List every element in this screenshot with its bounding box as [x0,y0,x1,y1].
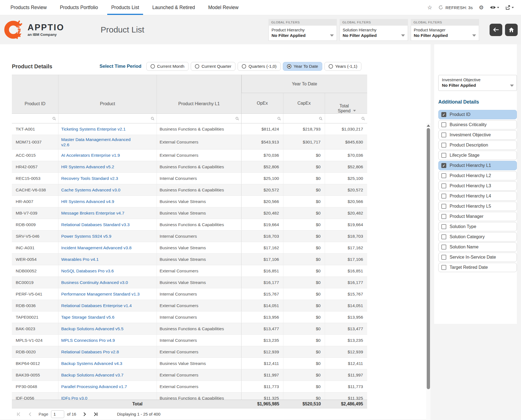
additional-detail-option[interactable]: Product Hierarchy L4 [438,191,517,201]
product-link[interactable]: Ticketing Systems Enterprise v2.1 [61,127,126,132]
checkbox-unchecked-icon[interactable] [441,265,446,270]
time-period-option[interactable]: Current Month [146,62,189,71]
product-link[interactable]: Relational Databases Pro v2.8 [61,349,119,354]
col-header-product-id[interactable]: Product ID [12,75,58,113]
tab-products-list[interactable]: Products List [104,0,146,15]
product-hierarchy-filter-dropdown[interactable]: Product Hierarchy No Filter Applied [268,26,337,41]
home-button[interactable] [505,24,518,36]
share-export-icon[interactable] [505,5,514,10]
product-link[interactable]: Backup Systems Advanced v4.3 [61,361,122,366]
checkbox-unchecked-icon[interactable] [441,234,446,239]
product-link[interactable]: Message Brokers Enterprise v4.7 [61,211,124,216]
additional-detail-option[interactable]: Lifecycle Stage [438,151,517,160]
additional-detail-option[interactable]: Investment Objective [438,130,517,140]
product-link[interactable]: Tape Storage Standard v5.6 [61,315,114,320]
next-page-button[interactable] [83,412,87,416]
refresh-control[interactable]: REFRESH: 3s [438,5,473,10]
checkbox-unchecked-icon[interactable] [441,143,446,148]
tab-model-review[interactable]: Model Review [202,0,245,15]
filter-input-total-spend[interactable] [325,114,367,123]
page-number-input[interactable] [51,410,64,418]
checkbox-unchecked-icon[interactable] [441,153,446,158]
additional-detail-option[interactable]: Solution Type [438,222,517,231]
time-period-option[interactable]: Current Quarter [191,62,236,71]
scroll-up-arrow-icon[interactable] [427,124,430,127]
time-period-option[interactable]: Year To Date [283,62,322,71]
checkbox-unchecked-icon[interactable] [441,132,446,137]
product-link[interactable]: MPLS Connections Pro v4.9 [61,338,115,343]
product-link[interactable]: NoSQL Databases Pro v3.6 [61,269,114,273]
product-link[interactable]: Relational Databases Standard v3.3 [61,222,130,227]
product-link[interactable]: HR Systems Advanced v4.9 [61,199,114,204]
product-link[interactable]: Backup Solutions Advanced v3.7 [61,373,123,378]
checkbox-unchecked-icon[interactable] [441,204,446,209]
product-link[interactable]: Wearables Pro v4.1 [61,257,99,262]
filter-input-capex[interactable] [283,114,325,123]
checkbox-unchecked-icon[interactable] [441,194,446,199]
filter-input-product-id[interactable] [12,114,58,123]
solution-hierarchy-filter-dropdown[interactable]: Solution Hierarchy No Filter Applied [340,26,408,41]
additional-detail-option[interactable]: Business Criticality [438,120,517,129]
view-eye-icon[interactable] [490,6,499,9]
checkbox-unchecked-icon[interactable] [441,255,446,260]
tab-launched-retired[interactable]: Launched & Retired [146,0,202,15]
tab-products-review[interactable]: Products Review [4,0,53,15]
additional-detail-option[interactable]: Product Hierarchy L5 [438,202,517,211]
col-header-opex[interactable]: OpEx [241,93,283,113]
checkbox-unchecked-icon[interactable] [441,122,446,127]
additional-detail-option[interactable]: Service In-Service Date [438,253,517,262]
checkbox-unchecked-icon[interactable] [441,224,446,229]
product-link[interactable]: Master Data Management Advanced v2.6 [61,137,131,148]
checkbox-unchecked-icon[interactable] [441,173,446,178]
checkbox-checked-icon[interactable]: ✓ [441,163,446,168]
back-button[interactable] [490,24,502,36]
additional-detail-option[interactable]: Product Description [438,140,517,150]
product-link[interactable]: Power Systems S924 v5.9 [61,234,111,239]
product-link[interactable]: Parallel Processing Advanced v1.7 [61,384,127,389]
additional-detail-option[interactable]: Solution Category [438,232,517,242]
additional-detail-option[interactable]: Target Retired Date [438,263,517,272]
last-page-button[interactable] [94,412,98,416]
filter-input-hierarchy[interactable] [157,114,241,123]
filter-input-product[interactable] [58,114,157,123]
time-period-option[interactable]: Quarters (-1,0) [238,62,281,71]
product-manager-filter-dropdown[interactable]: Product Manager No Filter Applied [411,26,479,41]
product-link[interactable]: Relational Databases Enterprise v1.4 [61,303,132,308]
additional-detail-option[interactable]: ✓Product Hierarchy L1 [438,161,517,170]
product-link[interactable]: Cache Systems Advanced v3.0 [61,188,120,193]
filter-input-opex[interactable] [241,114,283,123]
additional-detail-option[interactable]: ✓Product ID [438,110,517,119]
favorite-star-icon[interactable]: ☆ [427,5,432,10]
additional-detail-option[interactable]: Product Manager [438,212,517,221]
first-page-button[interactable] [17,412,21,416]
cell-capex: $0 [283,173,325,184]
additional-detail-option[interactable]: Solution Name [438,242,517,252]
checkbox-unchecked-icon[interactable] [441,183,446,188]
scrollbar-thumb[interactable] [427,128,430,389]
table-vertical-scrollbar[interactable] [426,123,431,420]
checkbox-checked-icon[interactable]: ✓ [441,112,446,117]
previous-page-button[interactable] [28,412,31,416]
additional-detail-option[interactable]: Product Hierarchy L2 [438,171,517,180]
checkbox-unchecked-icon[interactable] [441,245,446,250]
product-link[interactable]: Incident Management Advanced v3.8 [61,245,131,250]
investment-objective-filter-dropdown[interactable]: Investment Objective No Filter Applied [438,75,517,91]
col-header-capex[interactable]: CapEx [283,93,325,113]
col-header-total-spend[interactable]: Total Spend [325,93,367,113]
product-link[interactable]: IDFs Pro v3.0 [61,396,87,400]
additional-detail-option[interactable]: Product Hierarchy L3 [438,181,517,191]
settings-gear-icon[interactable]: ⚙ [479,5,484,10]
col-header-product-hierarchy-l1[interactable]: Product Hierarchy L1 [157,75,241,113]
product-link[interactable]: Business Continuity Advanced v3.0 [61,280,128,285]
additional-detail-label: Business Criticality [450,122,487,127]
product-link[interactable]: AI Accelerators Enterprise v1.9 [61,153,120,158]
checkbox-unchecked-icon[interactable] [441,214,446,219]
col-header-product[interactable]: Product [58,75,157,113]
time-period-option[interactable]: Years (-1,1) [324,62,361,71]
cell-hierarchy-l1: External Consumers [157,346,241,357]
product-link[interactable]: Performance Management Standard v1.3 [61,292,139,297]
product-link[interactable]: HR Systems Advanced v5.2 [61,164,114,169]
product-link[interactable]: Recovery Tools Standard v2.3 [61,176,118,181]
tab-products-portfolio[interactable]: Products Portfolio [53,0,104,15]
product-link[interactable]: Backup Solutions Advanced v5.5 [61,326,123,331]
